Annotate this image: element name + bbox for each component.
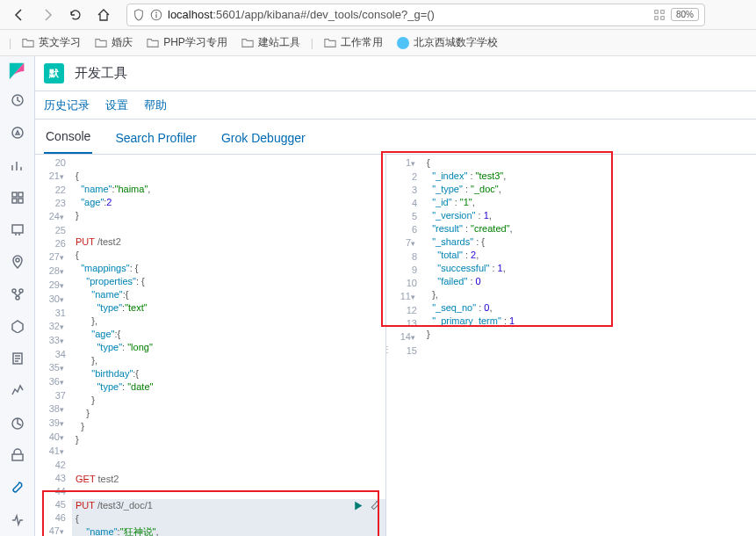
recent-icon[interactable] [0,84,35,117]
svg-rect-5 [661,10,665,13]
svg-rect-3 [655,10,659,13]
bookmark-item[interactable]: 北京西城数字学校 [392,33,503,53]
tab-grok[interactable]: Grok Debugger [220,122,307,154]
svg-rect-2 [155,14,156,18]
siem-icon[interactable] [0,439,35,472]
folder-icon [147,37,159,49]
bookmark-folder[interactable]: 婚庆 [90,33,138,53]
browser-toolbar: localhost:5601/app/kibana#/dev_tools/con… [0,0,756,30]
svg-point-15 [12,289,16,293]
folder-icon [241,37,254,49]
svg-point-16 [19,289,23,293]
home-button[interactable] [91,3,116,27]
response-viewer: { "_index" : "test3", "_type" : "_doc", … [423,155,756,536]
back-button[interactable] [7,3,32,27]
request-editor[interactable]: { "name":"haima", "age":2} PUT /test2{ "… [72,155,385,536]
site-icon [397,37,409,49]
bookmark-folder[interactable]: 工作常用 [319,33,388,53]
subnav: 历史记录 设置 帮助 [35,91,756,120]
shield-icon [133,9,145,21]
request-pane[interactable]: 2021▾222324▾252627▾28▾29▾30▾3132▾33▾3435… [35,155,386,536]
pane-splitter[interactable]: ⋮ [383,344,390,354]
bookmark-folder[interactable]: PHP学习专用 [141,33,233,53]
svg-rect-12 [18,199,23,203]
reader-icon[interactable] [653,9,666,21]
app-header: 默 开发工具 [35,56,756,91]
tabs: Console Search Profiler Grok Debugger [35,120,756,155]
svg-rect-10 [18,192,23,197]
kibana-app: 默 开发工具 历史记录 设置 帮助 Console Search Profile… [0,56,756,536]
kibana-logo[interactable] [7,62,28,81]
devtools-icon[interactable] [0,472,35,504]
logs-icon[interactable] [0,343,35,375]
svg-rect-4 [655,16,659,19]
response-pane: 1▾234567▾891011▾121314▾15 { "_index" : "… [386,155,756,536]
uptime-icon[interactable] [0,407,35,439]
folder-icon [324,37,336,49]
ml-icon[interactable] [0,278,35,310]
line-gutter: 1▾234567▾891011▾121314▾15 [386,155,423,536]
info-icon [150,9,162,21]
settings-link[interactable]: 设置 [105,98,128,113]
folder-icon [22,37,34,49]
reload-button[interactable] [63,3,88,27]
forward-button[interactable] [35,3,60,27]
discover-icon[interactable] [0,117,35,149]
help-link[interactable]: 帮助 [144,98,167,113]
editor-area: 2021▾222324▾252627▾28▾29▾30▾3132▾33▾3435… [35,155,756,536]
infra-icon[interactable] [0,310,35,343]
maps-icon[interactable] [0,246,35,279]
tab-profiler[interactable]: Search Profiler [113,122,198,154]
monitoring-icon[interactable] [0,503,35,536]
svg-point-14 [16,258,19,262]
page-title: 开发工具 [75,65,127,82]
bookmark-folder[interactable]: 建站工具 [236,33,306,53]
svg-rect-13 [12,225,23,233]
bookmark-folder[interactable]: 英文学习 [17,33,86,53]
apm-icon[interactable] [0,375,35,408]
svg-rect-9 [12,192,17,197]
canvas-icon[interactable] [0,214,35,246]
main-content: 默 开发工具 历史记录 设置 帮助 Console Search Profile… [35,56,756,536]
sidebar [0,56,35,536]
folder-icon [95,37,107,49]
run-controls [352,500,380,511]
svg-rect-11 [12,199,17,203]
zoom-badge[interactable]: 80% [671,8,699,21]
svg-rect-6 [661,16,665,19]
svg-point-1 [155,11,157,13]
tab-console[interactable]: Console [44,120,92,154]
dashboard-icon[interactable] [0,181,35,214]
space-badge[interactable]: 默 [44,63,64,83]
svg-point-8 [12,127,23,138]
line-gutter: 2021▾222324▾252627▾28▾29▾30▾3132▾33▾3435… [35,155,72,536]
history-link[interactable]: 历史记录 [44,98,90,113]
wrench-icon[interactable] [369,500,380,511]
url-text: localhost:5601/app/kibana#/dev_tools/con… [168,8,644,21]
url-bar[interactable]: localhost:5601/app/kibana#/dev_tools/con… [126,4,705,26]
play-icon[interactable] [352,500,364,511]
bookmarks-bar: | 英文学习 婚庆 PHP学习专用 建站工具 | 工作常用 北京西城数字学校 [0,30,756,56]
visualize-icon[interactable] [0,148,35,181]
svg-point-17 [16,296,19,300]
